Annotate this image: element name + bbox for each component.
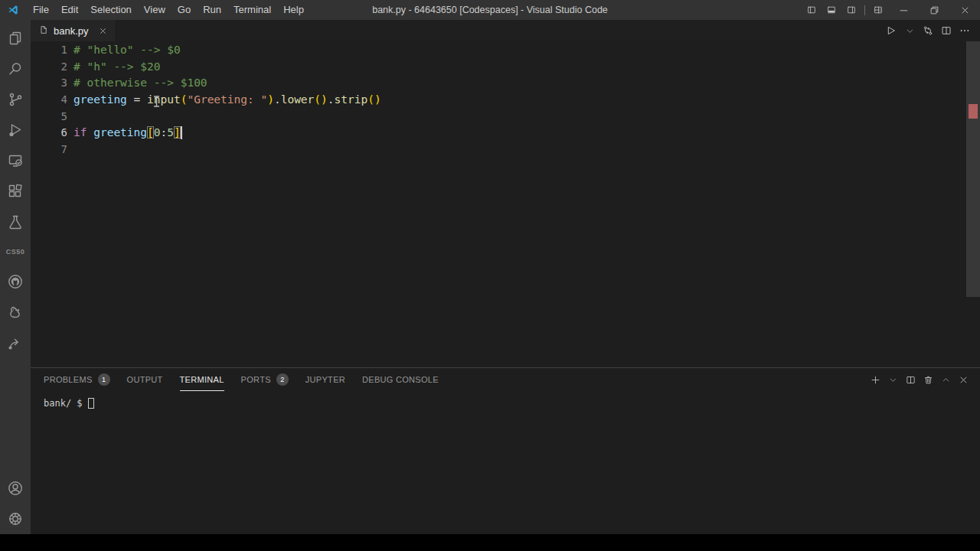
new-terminal-button[interactable] (867, 372, 883, 387)
vscode-window: FileEditSelectionViewGoRunTerminalHelp b… (0, 0, 980, 534)
restore-window-icon (929, 5, 940, 16)
line-number: 7 (31, 143, 74, 155)
menu-edit[interactable]: Edit (55, 0, 84, 20)
restore-window-button[interactable] (919, 0, 949, 20)
run-python-file-button[interactable] (884, 23, 899, 38)
activity-extensions[interactable] (0, 176, 31, 207)
panel-tab-ports[interactable]: PORTS2 (241, 368, 289, 391)
token-comment: # "hello" --> $0 (74, 44, 181, 56)
customize-layout-button[interactable] (868, 0, 888, 20)
text-cursor (181, 126, 182, 139)
github-icon (6, 272, 24, 291)
gear-icon (6, 510, 24, 528)
toggle-primary-sidebar-button[interactable] (802, 0, 822, 20)
kill-terminal-button[interactable] (920, 372, 936, 387)
token-function: lower (281, 93, 315, 106)
source-control-icon (6, 90, 24, 109)
compare-icon (922, 24, 934, 37)
line-content: # otherwise --> $100 (74, 77, 207, 89)
duck-icon (6, 303, 24, 321)
token-plain: . (274, 93, 281, 106)
panel-tab-label: DEBUG CONSOLE (362, 375, 439, 384)
file-icon (38, 24, 49, 37)
line-content: greeting = input("Greeting: ").lower().s… (74, 93, 381, 106)
tab-close-icon[interactable] (98, 26, 108, 36)
terminal-dropdown-button[interactable] (885, 372, 900, 387)
tab-bar: bank.py (31, 20, 980, 41)
code-line-3: 3# otherwise --> $100 (31, 74, 980, 91)
close-panel-button[interactable] (956, 372, 971, 387)
split-icon (940, 24, 952, 37)
menu-file[interactable]: File (27, 0, 55, 20)
minimize-window-button[interactable] (888, 0, 919, 20)
activity-testing[interactable] (0, 207, 31, 237)
activity-github[interactable] (0, 266, 31, 297)
cs50-label: CS50 (0, 237, 31, 266)
activity-remote-explorer[interactable] (0, 145, 31, 176)
activity-run-and-debug[interactable] (0, 115, 31, 145)
token-bracket-match: [ (147, 126, 154, 139)
activity-share[interactable] (0, 328, 31, 358)
split-editor-button[interactable] (939, 23, 954, 38)
close-icon (98, 26, 108, 36)
panel-tab-label: JUPYTER (305, 375, 345, 384)
badge: 2 (276, 373, 289, 386)
chevron-up-icon (942, 376, 950, 384)
vscode-logo (7, 4, 19, 16)
trash-icon (923, 374, 934, 386)
menu-bar: FileEditSelectionViewGoRunTerminalHelp (27, 0, 310, 20)
menu-run[interactable]: Run (197, 0, 227, 20)
account-icon (6, 479, 24, 497)
line-number: 3 (31, 77, 74, 89)
toggle-panel-button[interactable] (822, 0, 841, 20)
run-dropdown-button[interactable] (902, 23, 917, 38)
terminal[interactable]: bank/ $ (31, 391, 980, 534)
badge: 1 (98, 373, 110, 386)
token-bracket: () (368, 93, 381, 106)
more-actions-button[interactable] (957, 23, 972, 38)
activity-cs50-duck-debugger[interactable] (0, 297, 31, 328)
separator (864, 5, 865, 15)
close-window-button[interactable] (949, 0, 980, 20)
panel-tab-label: PORTS (241, 375, 271, 384)
code-editor[interactable]: 1# "hello" --> $02# "h" --> $203# otherw… (31, 41, 980, 367)
tab-bank-py[interactable]: bank.py (31, 20, 116, 41)
panel-tab-label: TERMINAL (180, 375, 224, 384)
activity-search[interactable] (0, 54, 31, 84)
menu-selection[interactable]: Selection (84, 0, 137, 20)
activity-source-control[interactable] (0, 84, 31, 115)
activity-settings[interactable] (0, 504, 31, 534)
panel-tab-problems[interactable]: PROBLEMS1 (44, 368, 110, 391)
debug-icon (6, 121, 24, 139)
menu-help[interactable]: Help (277, 0, 310, 20)
activity-explorer[interactable] (0, 23, 31, 54)
panel-tab-terminal[interactable]: TERMINAL (180, 368, 224, 391)
token-comment: # "h" --> $20 (74, 60, 161, 73)
window-controls (802, 0, 980, 20)
menu-view[interactable]: View (138, 0, 172, 20)
toggle-secondary-sidebar-button[interactable] (841, 0, 861, 20)
token-plain: = (127, 93, 147, 106)
menu-terminal[interactable]: Terminal (227, 0, 277, 20)
token-number: 0 (154, 126, 161, 139)
chevron-down-icon (906, 27, 914, 35)
editor-group: bank.py 1# "hello" --> $02# "h" --> $203… (31, 20, 980, 534)
editor-scrollbar[interactable] (966, 41, 980, 297)
main-area: CS50 bank.py 1# "hello" --> $02# "h" -->… (0, 20, 980, 534)
beaker-icon (6, 213, 24, 231)
menu-go[interactable]: Go (172, 0, 197, 20)
token-bracket: () (314, 93, 327, 106)
open-changes-button[interactable] (920, 23, 936, 38)
panel-tab-output[interactable]: OUTPUT (127, 368, 163, 391)
activity-accounts[interactable] (0, 473, 31, 504)
editor-actions (884, 20, 980, 41)
line-number: 2 (31, 60, 74, 73)
split-terminal-button[interactable] (903, 372, 918, 387)
customize-layout-icon (873, 5, 884, 15)
line-number: 4 (31, 93, 74, 106)
maximize-panel-button[interactable] (938, 372, 953, 387)
code-line-4: 4greeting = input("Greeting: ").lower().… (31, 91, 980, 108)
panel-tab-jupyter[interactable]: JUPYTER (305, 368, 345, 391)
token-bracket: ) (267, 93, 274, 106)
panel-tab-debug-console[interactable]: DEBUG CONSOLE (362, 368, 439, 391)
